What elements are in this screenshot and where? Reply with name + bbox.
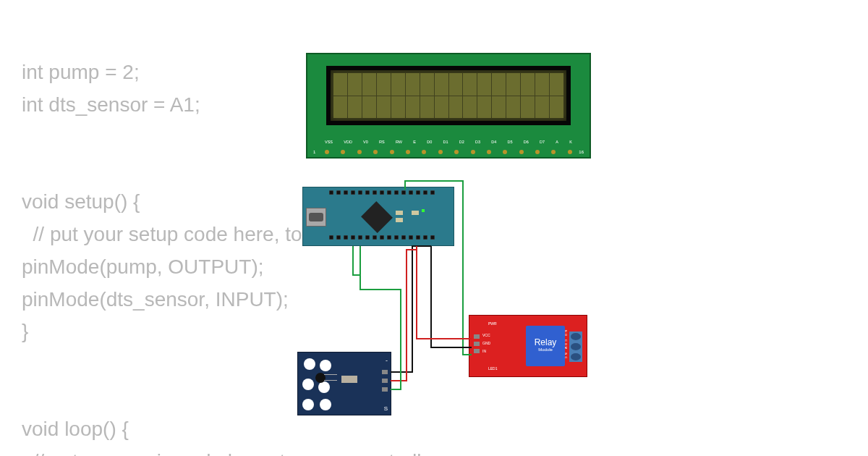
relay-module-component[interactable]: PWR LED1 VCC GND IN RelayModule NO COM N…	[469, 315, 587, 377]
relay-pwr-label: PWR	[488, 321, 497, 326]
usb-port-icon	[306, 208, 326, 227]
smd-component-icon	[412, 211, 419, 215]
code-line: void setup() {	[22, 190, 140, 213]
sensor-signal-label: S	[384, 405, 388, 412]
code-line: pinMode(dts_sensor, INPUT);	[22, 288, 289, 311]
mounting-hole-icon	[304, 358, 315, 370]
relay-screw-terminals[interactable]	[569, 332, 582, 362]
lcd-pin-num-left: 1	[313, 150, 315, 154]
arduino-pins-bottom[interactable]	[329, 235, 448, 242]
code-line: }	[22, 320, 28, 342]
relay-input-pins[interactable]	[474, 334, 480, 353]
code-line: // put your main code here, to run repea…	[22, 450, 437, 456]
lcd-1602-component[interactable]: VSSVDDV0 RSRWE D0D1D2 D3D4D5 D6D7A K 1 1…	[306, 53, 591, 159]
mounting-hole-icon	[318, 381, 330, 393]
code-line: int pump = 2;	[22, 61, 140, 83]
lcd-pin-num-right: 16	[579, 150, 584, 154]
mounting-hole-icon	[302, 399, 314, 410]
mounting-hole-icon	[320, 399, 331, 410]
relay-led-label: LED1	[488, 366, 498, 371]
relay-title: RelayModule	[526, 326, 565, 352]
mcu-chip-icon	[361, 201, 393, 233]
lcd-pin-row[interactable]	[325, 150, 572, 154]
smd-component-icon	[396, 218, 403, 222]
sensor-minus-label: -	[386, 357, 388, 364]
thermistor-lead-icon	[324, 374, 337, 375]
arduino-pins-top[interactable]	[329, 190, 448, 198]
power-led-icon	[422, 209, 425, 212]
resistor-icon	[341, 376, 357, 383]
sensor-output-pins[interactable]	[382, 370, 388, 392]
mounting-hole-icon	[302, 379, 314, 390]
arduino-nano-component[interactable]	[302, 187, 454, 246]
thermistor-lead-icon	[324, 380, 337, 381]
code-line: int dts_sensor = A1;	[22, 93, 200, 116]
relay-pin-labels: VCC GND IN	[482, 333, 490, 353]
smd-component-icon	[396, 211, 403, 215]
lcd-character-grid	[333, 73, 563, 118]
code-line: pinMode(pump, OUTPUT);	[22, 256, 264, 278]
mounting-hole-icon	[320, 360, 331, 371]
lcd-pin-labels: VSSVDDV0 RSRWE D0D1D2 D3D4D5 D6D7A K	[325, 140, 572, 144]
relay-body: RelayModule	[526, 326, 565, 366]
code-line: void loop() {	[22, 418, 129, 440]
lcd-screen	[326, 66, 571, 125]
thermistor-sensor-component[interactable]: - S	[297, 352, 391, 415]
relay-terminal-labels: NO COM NC	[564, 330, 568, 360]
